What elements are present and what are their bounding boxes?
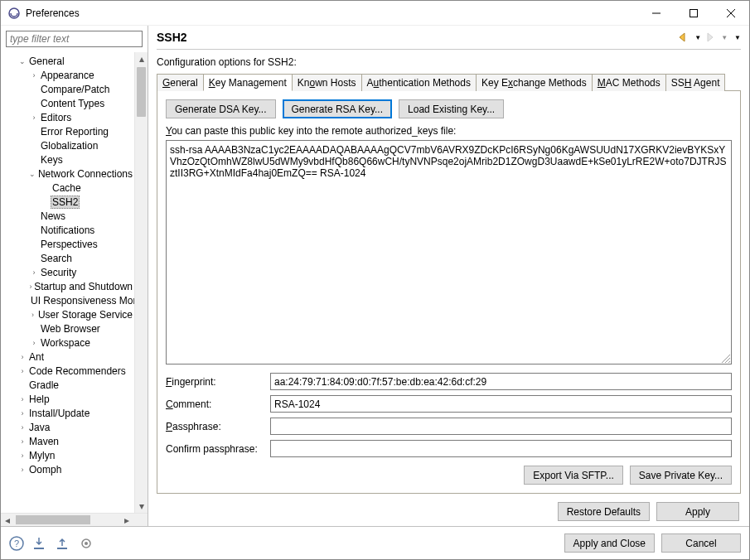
load-key-button[interactable]: Load Existing Key...	[399, 99, 504, 118]
tree-node-label: News	[39, 210, 67, 222]
tree-node-label: Perspectives	[39, 239, 99, 250]
chevron-right-icon[interactable]: ›	[17, 409, 27, 418]
tree-hscrollbar[interactable]: ◂ ▸	[1, 513, 148, 526]
tree-node[interactable]: Gradle	[6, 378, 134, 392]
svg-point-11	[85, 542, 88, 545]
tree-node[interactable]: ›Help	[6, 392, 134, 406]
tree-node[interactable]: SSH2	[6, 195, 134, 209]
tree-node-label: Cache	[51, 182, 83, 194]
tree-node[interactable]: ›Ant	[6, 350, 134, 364]
preferences-tree[interactable]: ⌄General›AppearanceCompare/PatchContent …	[1, 52, 134, 513]
tab-mac-methods[interactable]: MAC Methods	[592, 74, 666, 91]
forward-menu-icon[interactable]: ▼	[721, 34, 728, 41]
chevron-right-icon[interactable]: ›	[29, 71, 39, 80]
tree-node-label: User Storage Service	[36, 309, 134, 321]
scroll-right-icon[interactable]: ▸	[120, 514, 133, 527]
tree-node[interactable]: ›Startup and Shutdown	[6, 279, 134, 293]
view-menu-icon[interactable]: ▼	[734, 34, 741, 41]
tree-node[interactable]: ›Install/Update	[6, 406, 134, 420]
chevron-right-icon[interactable]: ›	[29, 339, 39, 347]
tab-key-exchange-methods[interactable]: Key Exchange Methods	[476, 74, 593, 91]
tree-node[interactable]: Globalization	[6, 138, 134, 152]
tree-node[interactable]: Cache	[6, 181, 134, 195]
filter-container	[6, 31, 143, 47]
filter-input[interactable]	[6, 31, 143, 47]
tree-node[interactable]: ⌄General	[6, 54, 134, 68]
tree-node[interactable]: Keys	[6, 152, 134, 167]
tab-authentication-methods[interactable]: Authentication Methods	[361, 74, 477, 91]
chevron-right-icon[interactable]: ›	[17, 466, 27, 474]
scroll-down-icon[interactable]: ▾	[135, 500, 148, 513]
tree-node[interactable]: Compare/Patch	[6, 82, 134, 96]
oomph-icon[interactable]	[79, 536, 94, 551]
tree-node[interactable]: ›User Storage Service	[6, 307, 134, 321]
tree-node[interactable]: ›Workspace	[6, 336, 134, 350]
help-icon[interactable]: ?	[9, 536, 24, 551]
restore-defaults-button[interactable]: Restore Defaults	[558, 502, 650, 521]
tree-node[interactable]: Notifications	[6, 223, 134, 237]
import-icon[interactable]	[32, 536, 47, 551]
tree-node[interactable]: Search	[6, 251, 134, 265]
tree-node[interactable]: Perspectives	[6, 237, 134, 251]
chevron-right-icon[interactable]: ›	[17, 395, 27, 403]
tab-known-hosts[interactable]: Known Hosts	[292, 74, 362, 91]
back-menu-icon[interactable]: ▼	[694, 34, 701, 41]
svg-rect-2	[690, 9, 697, 17]
export-icon[interactable]	[56, 536, 70, 551]
comment-field[interactable]	[270, 395, 732, 413]
tree-vscrollbar[interactable]: ▴ ▾	[134, 52, 148, 513]
chevron-down-icon[interactable]: ⌄	[17, 57, 27, 65]
tree-node[interactable]: ›Java	[6, 420, 134, 434]
footer-actions: Apply and Close Cancel	[564, 533, 741, 553]
tree-node[interactable]: ›Editors	[6, 110, 134, 124]
generate-rsa-button[interactable]: Generate RSA Key...	[283, 99, 393, 118]
chevron-right-icon[interactable]: ›	[17, 423, 27, 432]
tree-node[interactable]: ›Code Recommenders	[6, 364, 134, 378]
scroll-up-icon[interactable]: ▴	[135, 52, 148, 65]
chevron-right-icon[interactable]: ›	[17, 451, 27, 460]
generate-dsa-button[interactable]: Generate DSA Key...	[166, 99, 276, 118]
scroll-thumb-h[interactable]	[16, 515, 90, 524]
chevron-right-icon[interactable]: ›	[17, 353, 27, 361]
chevron-down-icon[interactable]: ⌄	[29, 170, 36, 178]
tree-node-label: Mylyn	[27, 450, 56, 461]
export-sftp-button[interactable]: Export Via SFTP...	[524, 466, 623, 485]
tree-node-label: Globalization	[39, 140, 99, 152]
tree-node[interactable]: ›Maven	[6, 434, 134, 448]
chevron-right-icon[interactable]: ›	[29, 311, 36, 319]
cancel-button[interactable]: Cancel	[661, 533, 741, 553]
back-button[interactable]	[678, 32, 691, 42]
chevron-right-icon[interactable]: ›	[29, 268, 39, 277]
apply-and-close-button[interactable]: Apply and Close	[564, 533, 655, 553]
tab-ssh-agent[interactable]: SSH Agent	[665, 74, 726, 91]
tree-node[interactable]: Web Browser	[6, 321, 134, 336]
tree-node[interactable]: UI Responsiveness Monitoring	[6, 293, 134, 307]
tree-node[interactable]: ›Security	[6, 265, 134, 279]
tab-key-management[interactable]: Key Management	[203, 74, 293, 91]
close-button[interactable]	[712, 1, 749, 25]
tab-general[interactable]: General	[157, 74, 204, 91]
maximize-button[interactable]	[675, 1, 712, 25]
minimize-button[interactable]	[637, 1, 675, 25]
scroll-left-icon[interactable]: ◂	[1, 514, 14, 527]
chevron-right-icon[interactable]: ›	[17, 367, 27, 375]
tree-node[interactable]: ⌄Network Connections	[6, 167, 134, 181]
tree-node[interactable]: ›Oomph	[6, 462, 134, 476]
passphrase-field[interactable]	[270, 418, 732, 435]
tree-node[interactable]: News	[6, 209, 134, 223]
tree-node-label: Search	[39, 253, 74, 264]
chevron-right-icon[interactable]: ›	[17, 437, 27, 446]
tree-node[interactable]: ›Mylyn	[6, 448, 134, 462]
tree-node[interactable]: ›Appearance	[6, 68, 134, 82]
tree-node[interactable]: Error Reporting	[6, 124, 134, 138]
tree-node[interactable]: Content Types	[6, 96, 134, 110]
save-private-key-button[interactable]: Save Private Key...	[630, 466, 732, 485]
confirm-passphrase-field[interactable]	[270, 440, 732, 457]
main-panel: SSH2 ▼ ▼ ▼ Configuration options for SSH…	[148, 26, 749, 526]
public-key-textarea[interactable]: ssh-rsa AAAAB3NzaC1yc2EAAAADAQABAAAAgQCV…	[166, 140, 732, 364]
fingerprint-field[interactable]	[270, 373, 732, 390]
forward-button[interactable]	[704, 32, 718, 42]
chevron-right-icon[interactable]: ›	[29, 113, 39, 122]
apply-button[interactable]: Apply	[656, 502, 739, 521]
scroll-thumb[interactable]	[137, 67, 146, 117]
